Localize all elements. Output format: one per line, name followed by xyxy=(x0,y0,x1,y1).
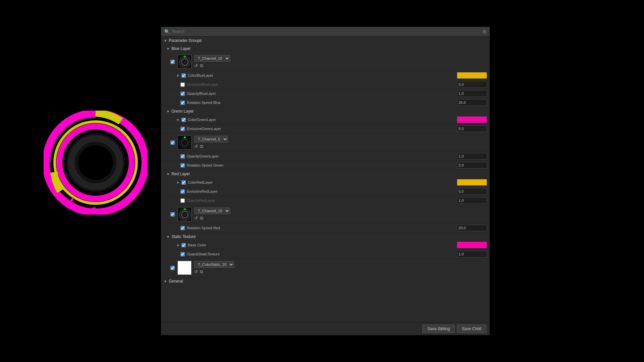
parameter-groups-header[interactable]: ▼ Parameter Groups xyxy=(161,37,490,45)
parameter-groups-label: Parameter Groups xyxy=(169,38,202,43)
base-color-checkbox[interactable] xyxy=(181,243,186,247)
static-texture-thumb xyxy=(177,261,192,275)
emissive-green-input[interactable] xyxy=(457,125,487,132)
color-blue-swatch[interactable] xyxy=(457,72,487,79)
blue-layer-arrow: ▼ xyxy=(166,47,170,51)
opacity-red-row: OpacityRedLayer xyxy=(161,196,490,205)
blue-layer-texture-controls: T_Channel_10 ↺ ⧉ xyxy=(194,55,230,68)
color-red-expand[interactable]: ▶ xyxy=(177,181,179,184)
blue-layer-checkbox[interactable] xyxy=(170,60,175,64)
emissive-red-checkbox[interactable] xyxy=(180,189,185,194)
grenn-layer-arrow: ▼ xyxy=(166,110,170,113)
opacity-green-input[interactable] xyxy=(457,153,487,160)
svg-point-6 xyxy=(95,121,97,123)
opacity-blue-input[interactable] xyxy=(457,90,487,97)
blue-layer-header[interactable]: ▼ Blue Layer xyxy=(161,45,490,53)
static-texture-header[interactable]: ▼ Static Texture xyxy=(161,233,490,241)
reset-icon-red[interactable]: ↺ xyxy=(194,216,198,221)
rotation-red-checkbox[interactable] xyxy=(180,226,185,230)
green-layer-texture-icons: ↺ ⧉ xyxy=(194,144,228,149)
search-bar: 🔍 ⊞ xyxy=(161,27,490,37)
base-color-expand[interactable]: ▶ xyxy=(177,243,179,247)
color-red-label: ColorRedLayer xyxy=(188,180,455,184)
green-layer-dropdown[interactable]: T_Channel_6 xyxy=(194,136,228,142)
green-layer-texture-controls: T_Channel_6 ↺ ⧉ xyxy=(194,136,228,149)
red-layer-checkbox[interactable] xyxy=(170,212,175,217)
blue-layer-texture-row: T_Channel_10 ↺ ⧉ xyxy=(161,53,490,71)
static-texture-checkbox[interactable] xyxy=(170,266,175,270)
color-green-row: ▶ ColorGreenLayer xyxy=(161,115,490,124)
red-layer-arrow: ▼ xyxy=(166,172,170,176)
rotation-green-input[interactable] xyxy=(457,162,487,169)
emissive-red-input[interactable] xyxy=(457,188,487,195)
copy-icon-static[interactable]: ⧉ xyxy=(200,269,203,275)
static-texture-dropdown[interactable]: T_ColorStatic_10 xyxy=(194,261,234,268)
blue-layer-texture-icons: ↺ ⧉ xyxy=(194,63,230,68)
opacity-blue-label: OpacityBlueLayer xyxy=(187,92,455,96)
blue-layer-dropdown[interactable]: T_Channel_10 xyxy=(194,55,230,62)
rotation-red-label: Rotation Speed Red xyxy=(187,226,455,230)
emissive-red-row: EmissiveRedLayer xyxy=(161,187,490,196)
grenn-layer-header[interactable]: ▼ Grenn Layer xyxy=(161,107,490,115)
rotation-blue-checkbox[interactable] xyxy=(180,101,185,105)
base-color-row: ▶ Base Color xyxy=(161,241,490,250)
copy-icon-green[interactable]: ⧉ xyxy=(200,144,203,149)
reset-icon-blue[interactable]: ↺ xyxy=(194,63,198,68)
opacity-green-label: OpacityGreenLayer xyxy=(187,154,455,158)
rotation-red-row: Rotation Speed Red xyxy=(161,224,490,233)
rotation-red-input[interactable] xyxy=(457,225,487,231)
base-color-swatch[interactable] xyxy=(457,242,487,248)
emissive-green-label: EmissiveGreenLayer xyxy=(187,127,455,131)
reset-icon-static[interactable]: ↺ xyxy=(194,269,198,275)
grid-icon[interactable]: ⊞ xyxy=(482,29,486,34)
general-label: General xyxy=(169,279,183,284)
static-texture-arrow: ▼ xyxy=(166,235,170,239)
emissive-green-checkbox[interactable] xyxy=(180,127,185,131)
red-layer-texture-icons: ↺ ⧉ xyxy=(194,216,230,221)
opacity-blue-row: OpacityBlueLayer xyxy=(161,89,490,98)
rotation-green-label: Rotation Speed Green xyxy=(187,163,455,167)
color-blue-checkbox[interactable] xyxy=(181,73,186,78)
search-input[interactable] xyxy=(172,29,480,34)
color-green-expand[interactable]: ▶ xyxy=(177,118,179,121)
color-red-row: ▶ ColorRedLayer xyxy=(161,178,490,187)
panel-content: ▼ Parameter Groups ▼ Blue Layer xyxy=(161,37,490,322)
main-panel: 🔍 ⊞ ▼ Parameter Groups ▼ Blue Layer xyxy=(161,27,490,335)
red-layer-dropdown[interactable]: T_Channel_10 xyxy=(194,207,230,214)
opacity-static-checkbox[interactable] xyxy=(180,252,185,256)
opacity-blue-checkbox[interactable] xyxy=(180,92,185,96)
color-green-checkbox[interactable] xyxy=(181,118,186,122)
rotation-blue-input[interactable] xyxy=(457,99,487,106)
ring-visual xyxy=(44,111,148,215)
red-layer-header[interactable]: ▼ Red Layer xyxy=(161,170,490,178)
svg-point-16 xyxy=(183,141,186,144)
red-layer-texture-controls: T_Channel_10 ↺ ⧉ xyxy=(194,207,230,221)
general-header[interactable]: ▼ General xyxy=(161,277,490,285)
rotation-green-checkbox[interactable] xyxy=(180,163,185,168)
opacity-green-checkbox[interactable] xyxy=(180,154,185,159)
green-layer-checkbox[interactable] xyxy=(170,140,175,145)
color-green-swatch[interactable] xyxy=(457,116,487,123)
copy-icon-red[interactable]: ⧉ xyxy=(200,216,203,221)
color-blue-expand[interactable]: ▶ xyxy=(177,74,179,77)
copy-icon-blue[interactable]: ⧉ xyxy=(200,63,203,68)
opacity-red-checkbox[interactable] xyxy=(180,198,185,203)
red-layer-texture-row: T_Channel_10 ↺ ⧉ xyxy=(161,205,490,224)
opacity-static-row: OpacitiStaticTexture xyxy=(161,250,490,259)
color-red-checkbox[interactable] xyxy=(181,180,186,185)
opacity-static-input[interactable] xyxy=(457,251,487,257)
save-sibling-button[interactable]: Save Sibling xyxy=(422,324,455,333)
emissive-red-label: EmissiveRedLayer xyxy=(187,189,455,193)
color-blue-label: ColorBlueLayer xyxy=(188,73,455,77)
static-texture-icons: ↺ ⧉ xyxy=(194,269,234,275)
emissive-green-row: EmissiveGreenLayer xyxy=(161,124,490,133)
emissive-blue-input[interactable] xyxy=(457,81,487,88)
opacity-red-input[interactable] xyxy=(457,197,487,204)
svg-point-23 xyxy=(184,208,186,210)
color-red-swatch[interactable] xyxy=(457,179,487,186)
reset-icon-green[interactable]: ↺ xyxy=(194,144,198,149)
save-child-button[interactable]: Save Child xyxy=(457,324,486,333)
svg-point-12 xyxy=(184,56,186,58)
emissive-blue-checkbox[interactable] xyxy=(180,82,185,87)
blue-layer-thumb xyxy=(177,55,192,69)
